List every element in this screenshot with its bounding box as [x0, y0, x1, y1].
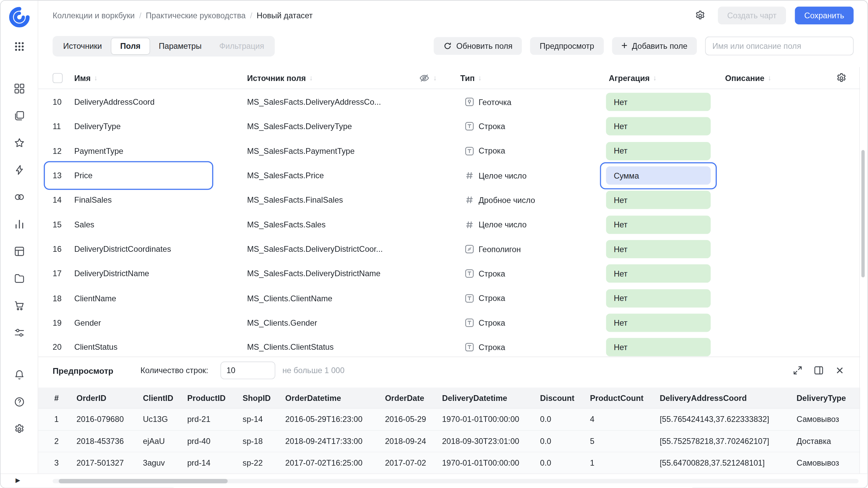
- tab-fields[interactable]: Поля: [111, 37, 150, 55]
- col-header-aggregation[interactable]: Агрегация↓: [609, 73, 656, 82]
- col-header-hidden[interactable]: ↓: [419, 72, 437, 83]
- field-name[interactable]: Price: [74, 171, 93, 180]
- preview-toggle-button[interactable]: Предпросмотр: [530, 37, 604, 55]
- aggregation-select[interactable]: Нет: [606, 338, 711, 357]
- field-source[interactable]: MS_SalesFacts.Price: [247, 171, 324, 180]
- field-name[interactable]: FinalSales: [74, 196, 112, 204]
- field-type[interactable]: Строка: [479, 343, 505, 352]
- field-type[interactable]: Целое число: [479, 171, 527, 180]
- field-source[interactable]: MS_SalesFacts.DeliveryType: [247, 122, 352, 131]
- sort-down-icon[interactable]: ↓: [478, 74, 482, 82]
- storage-folder-icon[interactable]: [8, 267, 31, 289]
- save-button[interactable]: Сохранить: [795, 7, 853, 24]
- col-header-type[interactable]: Тип↓: [460, 73, 482, 82]
- aggregation-select[interactable]: Нет: [606, 93, 711, 111]
- field-row[interactable]: 17DeliveryDistrictNameMS_SalesFacts.Deli…: [38, 262, 860, 286]
- row-count-input[interactable]: [220, 362, 275, 379]
- field-row[interactable]: 15SalesMS_SalesFacts.SalesЦелое числоНет: [38, 212, 860, 237]
- aggregation-select[interactable]: Нет: [606, 191, 711, 209]
- workbooks-icon[interactable]: [8, 105, 31, 127]
- side-panel-icon[interactable]: [810, 362, 827, 379]
- datasets-icon[interactable]: [8, 186, 31, 208]
- col-header-source[interactable]: Источник поля↓: [247, 73, 313, 82]
- aggregation-select[interactable]: Нет: [606, 216, 711, 234]
- field-source[interactable]: MS_SalesFacts.DeliveryAddressCo...: [247, 98, 381, 106]
- tab-parameters[interactable]: Параметры: [150, 37, 211, 55]
- notifications-bell-icon[interactable]: [8, 364, 31, 386]
- aggregation-select[interactable]: Сумма: [606, 166, 711, 185]
- field-source[interactable]: MS_SalesFacts.DeliveryDistrictCoor...: [247, 245, 383, 253]
- field-type[interactable]: Дробное число: [479, 196, 535, 204]
- field-search-input[interactable]: [705, 37, 854, 56]
- create-chart-button[interactable]: Создать чарт: [718, 7, 786, 24]
- field-type[interactable]: Строка: [479, 269, 505, 278]
- settings-gear-icon[interactable]: [8, 418, 31, 440]
- sort-down-icon[interactable]: ↓: [309, 74, 313, 82]
- field-source[interactable]: MS_SalesFacts.Sales: [247, 220, 326, 229]
- field-name[interactable]: ClientName: [74, 294, 116, 303]
- field-row[interactable]: 13PriceMS_SalesFacts.PriceЦелое числоСум…: [38, 163, 860, 188]
- field-name[interactable]: Sales: [74, 220, 94, 229]
- refresh-fields-button[interactable]: Обновить поля: [434, 37, 522, 55]
- expand-preview-icon[interactable]: [789, 362, 806, 379]
- tables-icon[interactable]: [8, 240, 31, 262]
- field-type[interactable]: Строка: [479, 122, 505, 131]
- field-name[interactable]: PaymentType: [74, 147, 123, 156]
- field-row[interactable]: 16DeliveryDistrictCoordinatesMS_SalesFac…: [38, 237, 860, 261]
- aggregation-select[interactable]: Нет: [606, 265, 711, 283]
- field-type[interactable]: Геоточка: [479, 98, 512, 106]
- field-source[interactable]: MS_SalesFacts.PaymentType: [247, 147, 355, 156]
- sort-down-icon[interactable]: ↓: [94, 74, 98, 82]
- horizontal-scrollbar[interactable]: [59, 479, 228, 483]
- aggregation-select[interactable]: Нет: [606, 240, 711, 258]
- field-row[interactable]: 19GenderMS_Clients.GenderСтрокаНет: [38, 310, 860, 335]
- field-source[interactable]: MS_Clients.ClientName: [247, 294, 332, 303]
- col-header-name[interactable]: Имя↓: [74, 73, 98, 82]
- connections-icon[interactable]: [8, 159, 31, 181]
- sidebar-collapse-icon[interactable]: ▶: [16, 477, 20, 484]
- breadcrumb-collections[interactable]: Коллекции и воркбуки: [53, 11, 135, 20]
- aggregation-select[interactable]: Нет: [606, 142, 711, 160]
- field-source[interactable]: MS_SalesFacts.DeliveryDistrictName: [247, 269, 381, 278]
- aggregation-select[interactable]: Нет: [606, 289, 711, 307]
- breadcrumb-guides[interactable]: Практические руководства: [146, 11, 245, 20]
- charts-icon[interactable]: [8, 213, 31, 235]
- close-preview-icon[interactable]: ×: [831, 362, 848, 379]
- field-name[interactable]: Gender: [74, 319, 101, 327]
- field-row[interactable]: 12PaymentTypeMS_SalesFacts.PaymentTypeСт…: [38, 139, 860, 163]
- field-row[interactable]: 11DeliveryTypeMS_SalesFacts.DeliveryType…: [38, 114, 860, 139]
- app-logo-icon[interactable]: [7, 5, 32, 29]
- field-row[interactable]: 10DeliveryAddressCoordMS_SalesFacts.Deli…: [38, 90, 860, 114]
- field-name[interactable]: DeliveryDistrictName: [74, 269, 149, 278]
- field-row[interactable]: 18ClientNameMS_Clients.ClientNameСтрокаН…: [38, 286, 860, 310]
- aggregation-select[interactable]: Нет: [606, 314, 711, 332]
- tab-sources[interactable]: Источники: [54, 37, 111, 55]
- services-sliders-icon[interactable]: [8, 322, 31, 344]
- field-type[interactable]: Строка: [479, 319, 505, 327]
- favorites-star-icon[interactable]: [8, 132, 31, 154]
- dataset-settings-gear-icon[interactable]: [691, 7, 709, 24]
- field-type[interactable]: Геополигон: [479, 245, 521, 253]
- vertical-scrollbar[interactable]: [861, 150, 865, 278]
- dashboards-icon[interactable]: [8, 78, 31, 100]
- field-name[interactable]: DeliveryDistrictCoordinates: [74, 245, 171, 253]
- sort-down-icon[interactable]: ↓: [768, 74, 771, 82]
- sort-down-icon[interactable]: ↓: [433, 74, 437, 82]
- field-source[interactable]: MS_Clients.Gender: [247, 319, 317, 327]
- field-row[interactable]: 20ClientStatusMS_Clients.ClientStatusСтр…: [38, 335, 860, 357]
- field-source[interactable]: MS_SalesFacts.FinalSales: [247, 196, 343, 204]
- field-name[interactable]: DeliveryType: [74, 122, 121, 131]
- select-all-checkbox[interactable]: [53, 73, 62, 83]
- help-icon[interactable]: [8, 391, 31, 413]
- sort-down-icon[interactable]: ↓: [653, 74, 657, 82]
- field-name[interactable]: DeliveryAddressCoord: [74, 98, 155, 106]
- add-field-button[interactable]: + Добавить поле: [612, 37, 697, 55]
- field-name[interactable]: ClientStatus: [74, 343, 118, 352]
- field-type[interactable]: Строка: [479, 294, 505, 303]
- field-row[interactable]: 14FinalSalesMS_SalesFacts.FinalSalesДроб…: [38, 188, 860, 212]
- aggregation-select[interactable]: Нет: [606, 117, 711, 136]
- table-settings-gear-icon[interactable]: [836, 72, 847, 83]
- col-header-description[interactable]: Описание↓: [725, 73, 771, 82]
- field-source[interactable]: MS_Clients.ClientStatus: [247, 343, 334, 352]
- field-type[interactable]: Строка: [479, 147, 505, 156]
